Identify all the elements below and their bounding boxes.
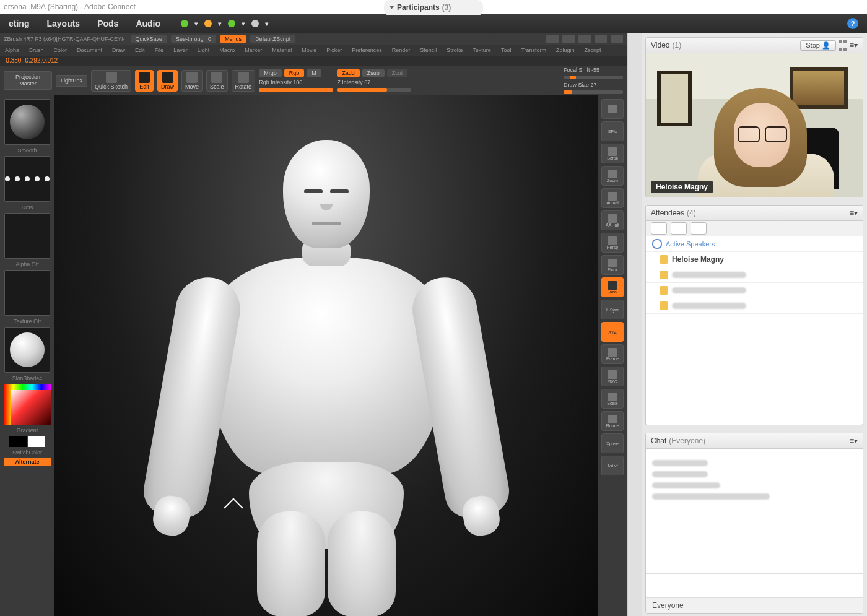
seethrough-slider[interactable]: See-through 0 (171, 35, 216, 43)
pod-menu-icon[interactable]: ≡▾ (850, 41, 858, 50)
scroll-button[interactable]: Scroll (601, 144, 624, 163)
mrgb-button[interactable]: Mrgb (259, 69, 282, 77)
color-swatches[interactable] (9, 436, 45, 447)
nav-scale-button[interactable]: Scale (601, 389, 624, 409)
menu-preferences[interactable]: Preferences (347, 47, 387, 53)
move-mode-button[interactable]: Move (181, 70, 203, 92)
m-button[interactable]: M (307, 69, 321, 77)
view-status-icon[interactable] (671, 222, 687, 235)
menu-file[interactable]: File (150, 47, 169, 53)
menu-light[interactable]: Light (193, 47, 215, 53)
defaultscript-button[interactable]: DefaultZScript (250, 35, 295, 43)
edit-mode-button[interactable]: Edit (135, 70, 154, 92)
min-icon[interactable] (578, 35, 591, 43)
menu-edit[interactable]: Edit (130, 47, 150, 53)
zsub-button[interactable]: Zsub (362, 69, 385, 77)
spix-button[interactable]: SPix (601, 121, 624, 141)
xyz-button[interactable]: XYZ (601, 322, 624, 342)
draw-mode-button[interactable]: Draw (157, 70, 178, 92)
attendee-item[interactable] (646, 298, 863, 314)
z-intensity-slider[interactable] (337, 88, 411, 92)
active-speakers-row[interactable]: Active Speakers (646, 236, 863, 252)
menu-alpha[interactable]: Alpha (0, 47, 24, 53)
viewport[interactable] (54, 95, 598, 616)
brush-thumb[interactable] (4, 99, 50, 145)
rgb-button[interactable]: Rgb (284, 69, 305, 77)
attendee-item[interactable] (646, 283, 863, 298)
pod-menu-icon[interactable]: ≡▾ (850, 436, 858, 445)
view-list-icon[interactable] (651, 222, 667, 235)
menu-meeting[interactable]: eting (0, 14, 38, 33)
share-scrollbar[interactable] (627, 33, 642, 616)
menu-tool[interactable]: Tool (496, 47, 516, 53)
nav-rotate-button[interactable]: Rotate (601, 411, 624, 431)
menus-toggle[interactable]: Menus (220, 35, 246, 43)
quicksave-button[interactable]: QuickSave (131, 35, 168, 43)
cam-status-icon[interactable] (228, 20, 235, 27)
zoom-button[interactable]: Zoom (601, 166, 624, 186)
zcut-button[interactable]: Zcut (387, 69, 408, 77)
menu-marker[interactable]: Marker (240, 47, 267, 53)
menu-audio[interactable]: Audio (127, 14, 169, 33)
menu-pods[interactable]: Pods (89, 14, 127, 33)
menu-layer[interactable]: Layer (168, 47, 193, 53)
menu-zplugin[interactable]: Zplugin (551, 47, 580, 53)
lsym-button[interactable]: L.Sym (601, 300, 624, 319)
raise-hand-icon[interactable] (251, 20, 259, 27)
actual-button[interactable]: Actual (601, 188, 624, 208)
chat-log[interactable] (646, 449, 863, 573)
rgb-intensity-slider[interactable] (259, 88, 333, 92)
alpha-thumb[interactable] (4, 213, 50, 259)
link-button[interactable] (601, 99, 624, 119)
max-icon[interactable] (595, 35, 607, 43)
view-breakout-icon[interactable] (691, 222, 707, 235)
scale-mode-button[interactable]: Scale (206, 70, 228, 92)
texture-thumb[interactable] (4, 270, 50, 316)
menu-stencil[interactable]: Stencil (415, 47, 442, 53)
menu-macro[interactable]: Macro (214, 47, 240, 53)
layout-grid-icon[interactable] (839, 37, 847, 54)
focal-shift-slider[interactable] (564, 76, 623, 79)
quicksketch-button[interactable]: Quick Sketch (91, 70, 131, 92)
material-thumb[interactable] (4, 327, 50, 373)
color-picker[interactable] (4, 384, 51, 425)
menu-picker[interactable]: Picker (321, 47, 347, 53)
nav-move-button[interactable]: Move (601, 367, 624, 386)
zadd-button[interactable]: Zadd (337, 69, 360, 77)
attendee-item[interactable]: Heloise Magny (646, 252, 863, 267)
mic-status-icon[interactable] (204, 20, 212, 27)
menu-transform[interactable]: Transform (516, 47, 551, 53)
chat-tab-everyone[interactable]: Everyone (646, 597, 863, 613)
menu-document[interactable]: Document (72, 47, 107, 53)
menu-color[interactable]: Color (49, 47, 72, 53)
alternate-button[interactable]: Alternate (4, 458, 51, 466)
local-button[interactable]: Local (601, 277, 624, 297)
stop-video-button[interactable]: Stop 👤 (800, 40, 836, 51)
help-button[interactable]: ? (847, 18, 858, 29)
persp-button[interactable]: Persp (601, 233, 624, 253)
attendee-item[interactable] (646, 267, 863, 283)
stroke-thumb[interactable] (4, 156, 50, 202)
draw-size-slider[interactable] (564, 90, 623, 94)
menu-stroke[interactable]: Stroke (442, 47, 468, 53)
menu-layouts[interactable]: Layouts (38, 14, 89, 33)
close-icon[interactable] (611, 35, 623, 43)
float-icon[interactable] (546, 35, 559, 43)
webcam-feed[interactable]: Heloise Magny (646, 53, 863, 197)
chat-input[interactable] (646, 573, 863, 597)
lightbox-button[interactable]: LightBox (56, 75, 87, 87)
menu-draw[interactable]: Draw (107, 47, 130, 53)
menu-material[interactable]: Material (267, 47, 297, 53)
projection-master-button[interactable]: Projection Master (4, 71, 52, 90)
hide-icon[interactable] (562, 35, 575, 43)
pod-menu-icon[interactable]: ≡▾ (850, 209, 858, 217)
aahalf-button[interactable]: AAHalf (601, 210, 624, 230)
menu-brush[interactable]: Brush (24, 47, 49, 53)
menu-movie[interactable]: Movie (297, 47, 321, 53)
xpose-button[interactable]: Xpose (601, 433, 624, 453)
menu-zscript[interactable]: Zscript (580, 47, 606, 53)
menu-render[interactable]: Render (387, 47, 416, 53)
asivf-button[interactable]: Asi vf (601, 456, 624, 475)
frame-button[interactable]: Frame (601, 344, 624, 364)
speaker-status-icon[interactable] (181, 20, 188, 27)
